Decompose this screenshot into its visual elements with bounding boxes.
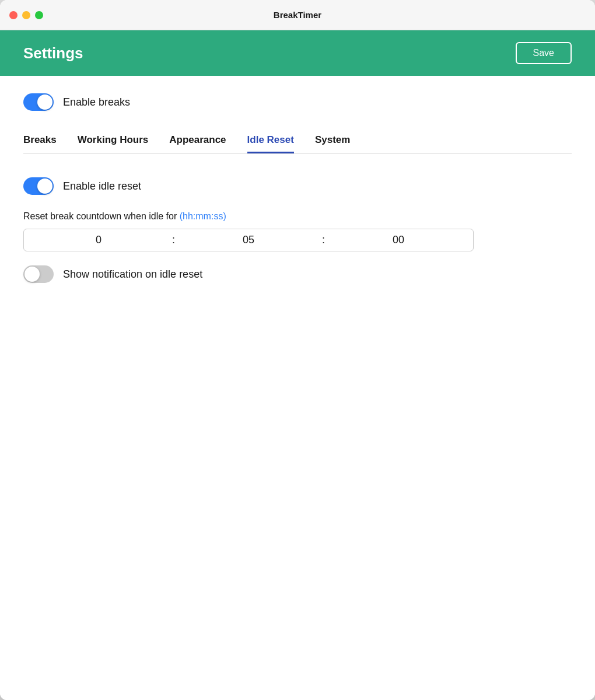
- enable-idle-reset-label: Enable idle reset: [63, 180, 141, 192]
- enable-breaks-label: Enable breaks: [63, 96, 130, 108]
- countdown-label: Reset break countdown when idle for (hh:…: [23, 211, 572, 222]
- time-input-box: : :: [23, 229, 474, 251]
- countdown-hint: (hh:mm:ss): [180, 211, 226, 221]
- save-button[interactable]: Save: [516, 42, 572, 64]
- time-seconds-input[interactable]: [331, 234, 466, 246]
- time-sep-1: :: [171, 234, 176, 246]
- toggle-knob: [37, 94, 52, 110]
- notification-label: Show notification on idle reset: [63, 268, 202, 281]
- traffic-lights: [9, 11, 43, 19]
- notification-toggle-knob: [24, 267, 40, 282]
- time-hours-input[interactable]: [31, 234, 166, 246]
- content-area: Enable breaks Breaks Working Hours Appea…: [0, 76, 595, 700]
- tab-breaks[interactable]: Breaks: [23, 128, 57, 153]
- time-input-row: : :: [23, 229, 572, 251]
- enable-breaks-toggle[interactable]: [23, 93, 54, 111]
- enable-idle-reset-toggle[interactable]: [23, 177, 54, 195]
- tab-system[interactable]: System: [315, 128, 350, 153]
- app-window: BreakTimer Settings Save Enable breaks B…: [0, 0, 595, 700]
- time-minutes-input[interactable]: [181, 234, 316, 246]
- window-title: BreakTimer: [274, 10, 321, 20]
- tab-working-hours[interactable]: Working Hours: [78, 128, 149, 153]
- idle-reset-section: Enable idle reset Reset break countdown …: [23, 175, 572, 283]
- tab-appearance[interactable]: Appearance: [169, 128, 226, 153]
- notification-row: Show notification on idle reset: [23, 265, 572, 283]
- notification-toggle[interactable]: [23, 265, 54, 283]
- time-sep-2: :: [321, 234, 326, 246]
- page-title: Settings: [23, 44, 83, 62]
- idle-toggle-knob: [37, 178, 52, 194]
- maximize-button[interactable]: [35, 11, 43, 19]
- minimize-button[interactable]: [22, 11, 30, 19]
- tabs-bar: Breaks Working Hours Appearance Idle Res…: [23, 128, 572, 153]
- close-button[interactable]: [9, 11, 18, 19]
- tab-divider: [23, 153, 572, 154]
- header: Settings Save: [0, 30, 595, 76]
- enable-idle-reset-row: Enable idle reset: [23, 177, 572, 195]
- countdown-row: Reset break countdown when idle for (hh:…: [23, 211, 572, 251]
- tab-idle-reset[interactable]: Idle Reset: [247, 128, 294, 153]
- enable-breaks-row: Enable breaks: [23, 93, 572, 111]
- titlebar: BreakTimer: [0, 0, 595, 30]
